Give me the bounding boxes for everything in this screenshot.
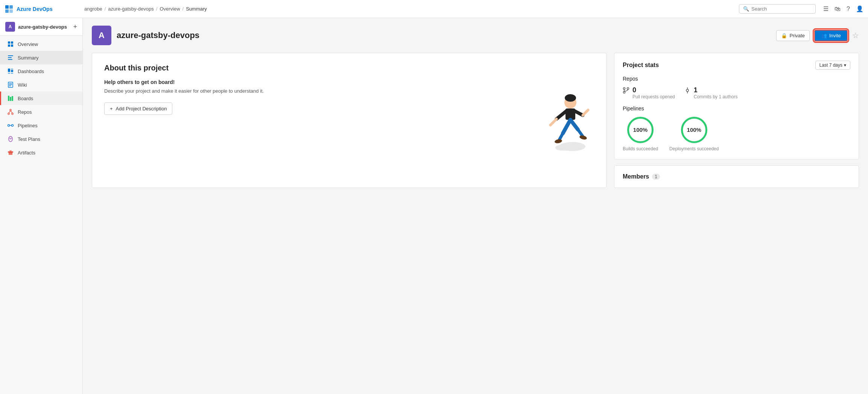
sidebar-project-avatar: A <box>5 22 15 32</box>
help-icon[interactable]: ? <box>847 6 850 12</box>
svg-rect-6 <box>8 44 10 47</box>
svg-point-28 <box>8 125 10 127</box>
sidebar-header: A azure-gatsby-devops + <box>0 18 82 36</box>
sidebar-item-test-plans[interactable]: Test Plans <box>0 132 82 146</box>
members-title: Members <box>623 173 649 180</box>
about-panel: About this project Help others to get on… <box>92 53 607 188</box>
sidebar: A azure-gatsby-devops + Overview <box>0 18 83 394</box>
svg-rect-9 <box>8 57 12 58</box>
artifacts-icon <box>7 149 14 156</box>
about-illustration <box>542 92 591 148</box>
svg-rect-3 <box>9 9 13 13</box>
private-button[interactable]: 🔒 Private <box>776 30 809 41</box>
summary-label: Summary <box>18 55 39 61</box>
app-logo[interactable]: Azure DevOps <box>5 5 80 14</box>
svg-line-44 <box>570 120 578 130</box>
pull-requests-icon <box>623 87 629 96</box>
lock-icon: 🔒 <box>781 33 787 38</box>
builds-stat: 100% Builds succeeded <box>623 117 658 151</box>
svg-point-56 <box>686 89 689 92</box>
svg-rect-21 <box>10 97 11 101</box>
wiki-icon <box>7 81 14 88</box>
stats-header: Project stats Last 7 days ▾ <box>623 61 850 70</box>
dashboards-icon <box>7 68 14 75</box>
add-description-button[interactable]: + Add Project Description <box>104 102 172 115</box>
breadcrumb-summary[interactable]: Summary <box>186 6 207 12</box>
sidebar-item-wiki[interactable]: Wiki <box>0 78 82 92</box>
svg-point-23 <box>10 109 11 111</box>
overview-label: Overview <box>18 41 38 47</box>
chevron-down-icon: ▾ <box>844 63 846 68</box>
project-name: azure-gatsby-devops <box>117 31 199 40</box>
svg-point-30 <box>12 125 14 127</box>
sidebar-project[interactable]: A azure-gatsby-devops <box>5 22 67 32</box>
deployments-stat: 100% Deployments succeeded <box>669 117 719 151</box>
svg-line-49 <box>550 119 556 125</box>
sidebar-project-name: azure-gatsby-devops <box>18 24 67 30</box>
repos-icon <box>7 108 14 115</box>
svg-rect-2 <box>5 9 9 13</box>
summary-icon <box>7 54 14 61</box>
add-project-icon[interactable]: + <box>73 23 77 31</box>
breadcrumb-angrobe[interactable]: angrobe <box>84 6 102 12</box>
breadcrumb-project[interactable]: azure-gatsby-devops <box>108 6 154 12</box>
svg-point-52 <box>623 88 625 90</box>
app-name: Azure DevOps <box>17 6 53 12</box>
commits-icon <box>684 87 691 96</box>
svg-rect-1 <box>9 5 13 9</box>
boards-label: Boards <box>18 96 33 101</box>
svg-rect-4 <box>8 41 10 44</box>
list-icon[interactable]: ☰ <box>823 5 828 12</box>
repos-section-title: Repos <box>623 76 850 82</box>
sidebar-item-boards[interactable]: Boards <box>0 92 82 105</box>
repos-label: Repos <box>18 109 32 115</box>
stats-card: Project stats Last 7 days ▾ Repos <box>614 53 859 159</box>
svg-rect-7 <box>11 44 13 47</box>
sidebar-item-pipelines[interactable]: Pipelines <box>0 119 82 132</box>
user-icon[interactable]: 👤 <box>856 5 863 12</box>
search-box[interactable]: 🔍 <box>739 4 816 14</box>
breadcrumb-overview[interactable]: Overview <box>160 6 180 12</box>
project-title-area: A azure-gatsby-devops <box>92 26 199 45</box>
svg-point-53 <box>627 88 629 90</box>
svg-rect-5 <box>11 41 13 44</box>
sidebar-item-overview[interactable]: Overview <box>0 37 82 51</box>
stats-panel: Project stats Last 7 days ▾ Repos <box>614 53 859 188</box>
pull-requests-value: 0 <box>632 86 675 94</box>
sidebar-item-dashboards[interactable]: Dashboards <box>0 64 82 78</box>
search-icon: 🔍 <box>743 6 749 12</box>
artifacts-label: Artifacts <box>18 150 35 156</box>
about-title: About this project <box>104 64 594 72</box>
builds-ring: 100% <box>627 117 654 143</box>
test-plans-label: Test Plans <box>18 136 40 142</box>
stats-period-button[interactable]: Last 7 days ▾ <box>815 61 850 70</box>
svg-rect-12 <box>11 70 13 72</box>
svg-line-51 <box>583 110 588 115</box>
search-input[interactable] <box>751 6 812 12</box>
svg-rect-11 <box>8 69 10 72</box>
svg-point-54 <box>623 92 625 93</box>
sidebar-item-artifacts[interactable]: Artifacts <box>0 146 82 159</box>
sidebar-item-summary[interactable]: Summary <box>0 51 82 64</box>
stats-title: Project stats <box>623 62 659 69</box>
about-desc: Describe your project and make it easier… <box>104 87 594 95</box>
svg-point-38 <box>555 145 570 151</box>
star-icon[interactable]: ☆ <box>852 31 859 40</box>
shopping-icon[interactable]: 🛍 <box>835 6 841 12</box>
pull-requests-stat: 0 Pull requests opened <box>623 86 675 100</box>
commits-value: 1 <box>694 86 738 94</box>
pipelines-section: Pipelines 100% Builds succeeded 100% <box>623 105 850 151</box>
pipelines-title: Pipelines <box>623 105 850 111</box>
dashboards-label: Dashboards <box>18 69 44 74</box>
svg-line-42 <box>563 120 570 133</box>
breadcrumb: angrobe / azure-gatsby-devops / Overview… <box>84 6 734 12</box>
invite-button[interactable]: 👥 Invite <box>814 30 848 41</box>
sidebar-item-repos[interactable]: Repos <box>0 105 82 119</box>
svg-line-45 <box>578 130 583 136</box>
pipelines-icon <box>7 122 14 129</box>
svg-rect-14 <box>8 73 10 74</box>
overview-icon <box>7 41 14 47</box>
svg-rect-13 <box>11 69 13 70</box>
commits-stat: 1 Commits by 1 authors <box>684 86 738 100</box>
svg-line-50 <box>574 111 583 115</box>
